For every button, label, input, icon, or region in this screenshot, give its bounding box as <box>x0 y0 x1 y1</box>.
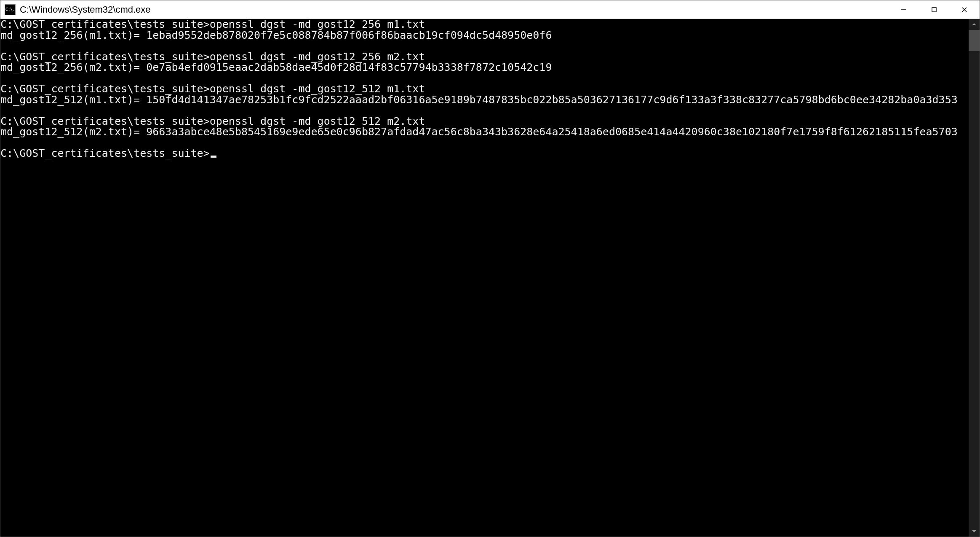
scroll-track[interactable] <box>969 30 980 526</box>
cmd-line: C:\GOST_certificates\tests_suite>openssl… <box>0 51 969 62</box>
cmd-window: C:\. C:\Windows\System32\cmd.exe C:\GOST… <box>0 0 980 537</box>
blank-line <box>0 105 969 116</box>
scroll-down-button[interactable] <box>969 526 980 537</box>
blank-line <box>0 40 969 51</box>
chevron-up-icon <box>972 22 977 27</box>
close-button[interactable] <box>949 0 980 19</box>
output-line: md_gost12_256(m2.txt)= 0e7ab4efd0915eaac… <box>0 62 969 73</box>
maximize-icon <box>931 6 937 13</box>
vertical-scrollbar[interactable] <box>969 19 980 537</box>
scroll-up-button[interactable] <box>969 19 980 30</box>
cmd-line: C:\GOST_certificates\tests_suite>openssl… <box>0 116 969 127</box>
output-line: md_gost12_256(m1.txt)= 1ebad9552deb87802… <box>0 30 969 41</box>
titlebar[interactable]: C:\. C:\Windows\System32\cmd.exe <box>0 0 980 19</box>
close-icon <box>961 6 968 13</box>
minimize-icon <box>900 6 907 13</box>
cmd-line: C:\GOST_certificates\tests_suite>openssl… <box>0 83 969 94</box>
client-area: C:\GOST_certificates\tests_suite>openssl… <box>0 19 980 537</box>
chevron-down-icon <box>972 529 977 534</box>
blank-line <box>0 73 969 84</box>
output-line: md_gost12_512(m2.txt)= 9663a3abce48e5b85… <box>0 126 969 137</box>
cmd-line: C:\GOST_certificates\tests_suite>openssl… <box>0 19 969 30</box>
prompt: C:\GOST_certificates\tests_suite> <box>0 19 210 30</box>
cmd-line: C:\GOST_certificates\tests_suite> <box>0 148 969 159</box>
window-title: C:\Windows\System32\cmd.exe <box>20 4 889 15</box>
scroll-thumb[interactable] <box>969 30 980 51</box>
minimize-button[interactable] <box>889 0 919 19</box>
blank-line <box>0 137 969 148</box>
command-text: openssl dgst -md_gost12_512 m1.txt <box>210 83 425 95</box>
window-controls <box>889 0 980 19</box>
command-text: openssl dgst -md_gost12_256 m1.txt <box>210 19 425 30</box>
prompt: C:\GOST_certificates\tests_suite> <box>0 83 210 95</box>
maximize-button[interactable] <box>919 0 949 19</box>
output-line: md_gost12_512(m1.txt)= 150fd4d141347ae78… <box>0 94 969 105</box>
svg-rect-1 <box>932 8 936 12</box>
prompt: C:\GOST_certificates\tests_suite> <box>0 147 210 159</box>
terminal-output[interactable]: C:\GOST_certificates\tests_suite>openssl… <box>0 19 969 537</box>
cmd-icon: C:\. <box>5 4 16 15</box>
cursor <box>211 156 216 158</box>
